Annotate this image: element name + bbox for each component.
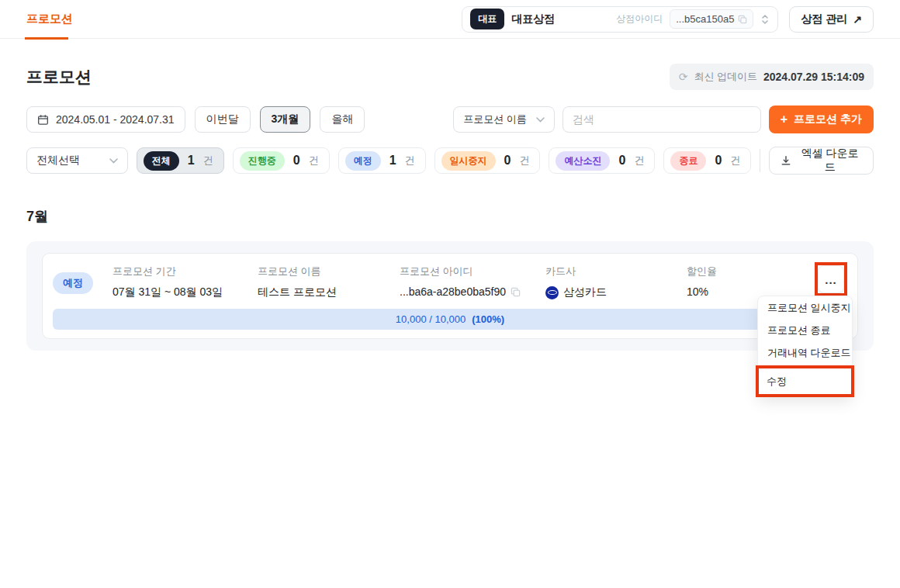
top-bar: 프로모션 대표 대표상점 상점아이디 ...b5ca150a5 상점 관리 ↗ xyxy=(0,0,900,39)
status-count: 1 xyxy=(389,154,396,168)
field-value: ...ba6a-a28be0ba5f90 xyxy=(400,285,545,298)
external-link-icon: ↗ xyxy=(853,13,862,26)
add-promotion-button[interactable]: + 프로모션 추가 xyxy=(769,105,874,133)
store-id-value: ...b5ca150a5 xyxy=(676,13,734,25)
quick-filter-this-year[interactable]: 올해 xyxy=(320,106,365,133)
status-pill-ended: 종료 xyxy=(670,151,706,171)
month-section-title: 7월 xyxy=(26,207,874,226)
page-title: 프로모션 xyxy=(26,66,92,88)
status-unit: 건 xyxy=(519,154,531,168)
field-card-company: 카드사 삼성카드 xyxy=(545,262,687,299)
field-period: 프로모션 기간 07월 31일 ~ 08월 03일 xyxy=(112,262,258,299)
quick-filter-this-month[interactable]: 이번달 xyxy=(195,106,251,133)
field-label: 프로모션 이름 xyxy=(258,265,400,278)
select-updown-icon[interactable] xyxy=(760,13,770,26)
menu-item-pause-promotion[interactable]: 프로모션 일시중지 xyxy=(758,296,852,319)
card-company-value: 삼성카드 xyxy=(563,285,607,299)
excel-download-button[interactable]: 엑셀 다운로드 xyxy=(769,147,874,175)
field-promotion-id: 프로모션 아이디 ...ba6a-a28be0ba5f90 xyxy=(400,262,545,298)
status-filter-row: 전체선택 전체 1 건 진행중 0 건 예정 1 건 일시중지 0 건 예산소진… xyxy=(26,147,874,175)
status-unit: 건 xyxy=(203,154,215,168)
toolbar-row: 2024.05.01 - 2024.07.31 이번달 3개월 올해 프로모션 … xyxy=(26,105,874,133)
status-pill-active: 진행중 xyxy=(240,151,285,171)
status-card-active[interactable]: 진행중 0 건 xyxy=(233,147,330,174)
date-range-value: 2024.05.01 - 2024.07.31 xyxy=(56,113,175,126)
field-value: 삼성카드 xyxy=(545,285,687,299)
select-all-value: 전체선택 xyxy=(36,154,80,168)
nav-tab-promotion[interactable]: 프로모션 xyxy=(26,0,73,39)
chevron-down-icon xyxy=(109,158,118,164)
promotion-fields-row: 예정 프로모션 기간 07월 31일 ~ 08월 03일 프로모션 이름 테스트… xyxy=(53,262,847,299)
promotion-group: 예정 프로모션 기간 07월 31일 ~ 08월 03일 프로모션 이름 테스트… xyxy=(26,241,874,351)
last-update-time: 2024.07.29 15:14:09 xyxy=(763,71,864,83)
status-count: 0 xyxy=(715,154,722,168)
menu-item-modify[interactable]: 수정 xyxy=(756,365,854,397)
field-label: 카드사 xyxy=(545,265,687,278)
search-type-value: 프로모션 이름 xyxy=(463,112,527,126)
copy-icon[interactable] xyxy=(738,15,747,24)
status-unit: 건 xyxy=(405,154,417,168)
status-unit: 건 xyxy=(730,154,742,168)
promotion-id-value: ...ba6a-a28be0ba5f90 xyxy=(400,285,506,298)
status-count: 1 xyxy=(188,154,195,168)
menu-item-end-promotion[interactable]: 프로모션 종료 xyxy=(758,319,852,341)
status-count: 0 xyxy=(504,154,511,168)
divider xyxy=(760,149,760,172)
search-input[interactable] xyxy=(562,106,761,133)
store-id-label: 상점아이디 xyxy=(616,12,663,26)
status-pill-paused: 일시중지 xyxy=(441,151,496,171)
field-name: 프로모션 이름 테스트 프로모션 xyxy=(258,262,400,299)
date-range-picker[interactable]: 2024.05.01 - 2024.07.31 xyxy=(26,106,185,133)
status-unit: 건 xyxy=(634,154,646,168)
store-id-value-box[interactable]: ...b5ca150a5 xyxy=(670,9,753,29)
annotation-box-more-button: ... xyxy=(815,262,847,296)
select-all-dropdown[interactable]: 전체선택 xyxy=(26,147,128,174)
field-value: 07월 31일 ~ 08월 03일 xyxy=(112,285,258,299)
status-card-budget-exhausted[interactable]: 예산소진 0 건 xyxy=(549,147,655,174)
chevron-down-icon xyxy=(536,117,545,123)
store-selector[interactable]: 대표 대표상점 상점아이디 ...b5ca150a5 xyxy=(462,6,778,33)
status-card-scheduled[interactable]: 예정 1 건 xyxy=(338,147,426,174)
status-count: 0 xyxy=(293,154,300,168)
plus-icon: + xyxy=(781,112,788,126)
search-type-select[interactable]: 프로모션 이름 xyxy=(453,106,555,133)
page-header-row: 프로모션 ⟳ 최신 업데이트 2024.07.29 15:14:09 xyxy=(26,64,874,90)
quick-filter-3-months[interactable]: 3개월 xyxy=(260,106,311,133)
status-pill-all: 전체 xyxy=(144,151,179,171)
excel-download-label: 엑셀 다운로드 xyxy=(798,147,862,175)
status-pill-budget: 예산소진 xyxy=(556,151,610,171)
status-card-all[interactable]: 전체 1 건 xyxy=(137,147,224,174)
status-count: 0 xyxy=(618,154,625,168)
field-discount-rate: 할인율 10% xyxy=(687,262,815,298)
top-bar-right: 대표 대표상점 상점아이디 ...b5ca150a5 상점 관리 ↗ xyxy=(462,6,874,33)
promotion-context-menu: 프로모션 일시중지 프로모션 종료 거래내역 다운로드 수정 xyxy=(757,296,853,396)
status-unit: 건 xyxy=(309,154,320,168)
field-label: 프로모션 기간 xyxy=(112,265,258,278)
nav-tab-label: 프로모션 xyxy=(26,12,73,26)
field-label: 할인율 xyxy=(687,265,815,278)
more-actions-button[interactable]: ... xyxy=(818,265,844,293)
promotion-status-badge: 예정 xyxy=(53,272,93,294)
field-value: 테스트 프로모션 xyxy=(258,285,400,299)
field-label: 프로모션 아이디 xyxy=(400,265,545,278)
status-badge-col: 예정 xyxy=(53,262,112,294)
status-card-ended[interactable]: 종료 0 건 xyxy=(663,147,751,174)
last-update-badge: ⟳ 최신 업데이트 2024.07.29 15:14:09 xyxy=(670,64,874,90)
calendar-icon xyxy=(37,114,49,126)
store-manage-button[interactable]: 상점 관리 ↗ xyxy=(789,6,874,33)
store-rep-badge: 대표 xyxy=(470,9,504,29)
menu-item-download-transactions[interactable]: 거래내역 다운로드 xyxy=(758,341,852,364)
samsung-card-icon xyxy=(545,286,559,299)
store-name: 대표상점 xyxy=(511,12,555,26)
download-icon xyxy=(781,155,791,166)
budget-progress-bar: 10,000 / 10,000 (100%) xyxy=(53,309,847,330)
store-manage-label: 상점 관리 xyxy=(801,12,847,26)
refresh-icon[interactable]: ⟳ xyxy=(679,71,688,82)
status-pill-scheduled: 예정 xyxy=(345,151,381,171)
status-card-paused[interactable]: 일시중지 0 건 xyxy=(434,147,541,174)
budget-progress-percent: (100%) xyxy=(472,313,504,325)
copy-icon[interactable] xyxy=(511,287,521,297)
budget-progress-text: 10,000 / 10,000 xyxy=(396,313,466,325)
last-update-label: 최신 업데이트 xyxy=(694,70,757,84)
add-promotion-label: 프로모션 추가 xyxy=(794,112,862,126)
